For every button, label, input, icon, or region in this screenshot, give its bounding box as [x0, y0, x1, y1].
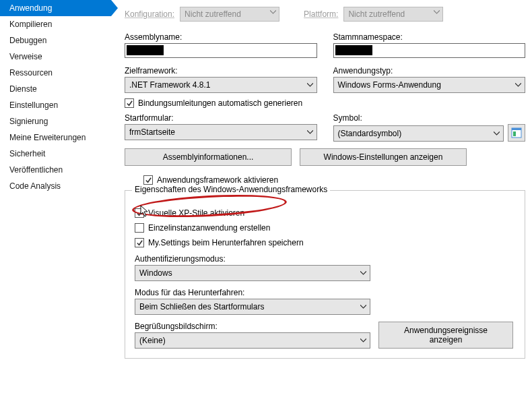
enable-app-framework-label: Anwendungsframework aktivieren: [157, 175, 278, 185]
auth-mode-value: Windows: [139, 268, 172, 278]
enable-app-framework-checkbox[interactable]: [143, 175, 153, 185]
tab-ressourcen[interactable]: Ressourcen: [0, 65, 111, 81]
chevron-down-icon: [360, 305, 366, 309]
root-namespace-label: Stammnamespace:: [333, 32, 526, 42]
svg-rect-1: [512, 128, 521, 130]
tab-signierung[interactable]: Signierung: [0, 113, 111, 129]
splash-value: (Keine): [139, 336, 166, 345]
tab-veroeffentlichen[interactable]: Veröffentlichen: [0, 162, 111, 178]
chevron-down-icon: [360, 338, 366, 342]
start-form-value: frmStartseite: [129, 127, 175, 137]
app-events-button[interactable]: Anwendungsereignisse anzeigen: [378, 322, 513, 349]
xp-styles-checkbox[interactable]: [135, 208, 144, 218]
symbol-value: (Standardsymbol): [338, 129, 402, 138]
app-framework-group: Eigenschaften des Windows-Anwendungsfram…: [125, 190, 525, 359]
chevron-down-icon: [515, 83, 521, 87]
browse-icon-button[interactable]: [508, 124, 525, 142]
target-framework-label: Zielframework:: [125, 66, 317, 76]
assembly-name-label: Assemblyname:: [125, 32, 317, 42]
splash-select[interactable]: (Keine): [135, 332, 370, 349]
shutdown-mode-value: Beim Schließen des Startformulars: [139, 302, 264, 311]
start-form-select[interactable]: frmStartseite: [125, 124, 317, 140]
config-label: Konfiguration:: [125, 9, 174, 19]
tab-verweise[interactable]: Verweise: [0, 49, 111, 65]
chevron-down-icon: [307, 130, 313, 134]
tab-dienste[interactable]: Dienste: [0, 81, 111, 97]
tab-sicherheit[interactable]: Sicherheit: [0, 146, 111, 162]
app-framework-group-title: Eigenschaften des Windows-Anwendungsfram…: [132, 185, 330, 194]
config-select: Nicht zutreffend: [180, 7, 279, 22]
chevron-down-icon: [360, 271, 366, 275]
tab-debuggen[interactable]: Debuggen: [0, 32, 111, 49]
app-type-select[interactable]: Windows Forms-Anwendung: [333, 77, 526, 93]
app-type-label: Anwendungstyp:: [333, 66, 526, 76]
start-form-label: Startformular:: [125, 113, 317, 123]
symbol-label: Symbol:: [333, 113, 526, 123]
shutdown-mode-label: Modus für das Herunterfahren:: [135, 288, 515, 297]
symbol-select[interactable]: (Standardsymbol): [333, 125, 504, 142]
auth-mode-select[interactable]: Windows: [135, 265, 370, 281]
svg-rect-2: [513, 131, 516, 136]
platform-label: Plattform:: [304, 9, 338, 19]
platform-value: Nicht zutreffend: [348, 9, 405, 19]
windows-settings-button[interactable]: Windows-Einstellungen anzeigen: [300, 148, 467, 166]
splash-label: Begrüßungsbildschirm:: [135, 322, 370, 331]
assembly-name-input[interactable]: [125, 43, 317, 58]
tab-kompilieren[interactable]: Kompilieren: [0, 16, 111, 32]
tab-anwendung[interactable]: Anwendung: [0, 0, 111, 16]
save-settings-label: My.Settings beim Herunterfahren speicher…: [148, 238, 304, 247]
save-settings-checkbox[interactable]: [135, 238, 144, 247]
chevron-down-icon: [494, 131, 500, 136]
platform-select: Nicht zutreffend: [343, 7, 443, 22]
tab-code-analysis[interactable]: Code Analysis: [0, 178, 111, 194]
sidebar: Anwendung Kompilieren Debuggen Verweise …: [0, 0, 111, 418]
chevron-down-icon: [270, 10, 276, 14]
shutdown-mode-select[interactable]: Beim Schließen des Startformulars: [135, 299, 370, 315]
target-framework-value: .NET Framework 4.8.1: [129, 80, 210, 90]
config-platform-row: Konfiguration: Nicht zutreffend Plattfor…: [125, 7, 525, 22]
target-framework-select[interactable]: .NET Framework 4.8.1: [125, 77, 317, 93]
tab-einstellungen[interactable]: Einstellungen: [0, 97, 111, 113]
chevron-down-icon: [434, 10, 440, 14]
binding-redirect-checkbox[interactable]: [125, 98, 134, 108]
app-type-value: Windows Forms-Anwendung: [338, 80, 441, 90]
chevron-down-icon: [307, 83, 313, 87]
tab-meine-erweiterungen[interactable]: Meine Erweiterungen: [0, 129, 111, 146]
auth-mode-label: Authentifizierungsmodus:: [135, 254, 515, 264]
xp-styles-label: Visuelle XP-Stile aktivieren: [148, 208, 244, 218]
single-instance-checkbox[interactable]: [135, 223, 144, 233]
config-value: Nicht zutreffend: [185, 9, 241, 19]
single-instance-label: Einzelinstanzanwendung erstellen: [148, 223, 270, 233]
window-preview-icon: [511, 127, 522, 138]
binding-redirect-label: Bindungsumleitungen automatisch generier…: [138, 98, 302, 108]
root-namespace-input[interactable]: [333, 43, 526, 58]
main-panel: Konfiguration: Nicht zutreffend Plattfor…: [111, 0, 532, 418]
assembly-info-button[interactable]: Assemblyinformationen...: [125, 148, 292, 166]
